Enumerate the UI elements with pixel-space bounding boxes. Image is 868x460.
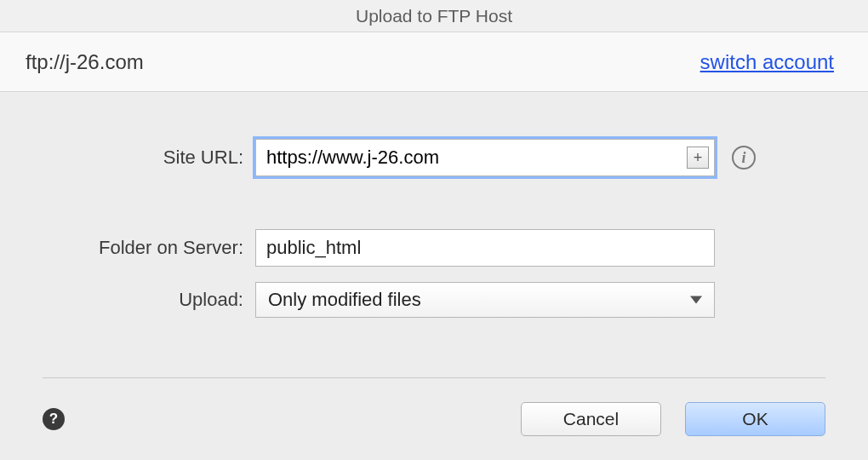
titlebar: Upload to FTP Host bbox=[0, 0, 868, 32]
folder-input[interactable] bbox=[255, 229, 715, 267]
help-icon[interactable]: ? bbox=[43, 408, 65, 430]
footer-divider bbox=[43, 377, 825, 378]
window-title: Upload to FTP Host bbox=[356, 6, 512, 26]
site-url-row: Site URL: + i bbox=[0, 139, 825, 176]
site-url-input-wrap: + bbox=[255, 139, 715, 176]
cancel-button[interactable]: Cancel bbox=[521, 402, 661, 436]
upload-select-text: Only modified files bbox=[268, 289, 421, 311]
form-body: Site URL: + i Folder on Server: bbox=[0, 92, 868, 377]
account-header: ftp://j-26.com switch account bbox=[0, 32, 868, 92]
plus-icon[interactable]: + bbox=[687, 147, 709, 169]
ftp-host-text: ftp://j-26.com bbox=[26, 50, 144, 74]
footer: ? Cancel OK bbox=[0, 377, 868, 460]
site-url-input[interactable] bbox=[256, 140, 682, 175]
upload-row: Upload: Only modified files bbox=[0, 282, 825, 318]
upload-select[interactable]: Only modified files bbox=[255, 282, 715, 318]
info-icon[interactable]: i bbox=[732, 146, 756, 170]
site-url-label: Site URL: bbox=[0, 147, 255, 169]
upload-label: Upload: bbox=[0, 289, 255, 311]
help-glyph: ? bbox=[49, 411, 58, 428]
plus-glyph: + bbox=[694, 149, 703, 167]
button-row: ? Cancel OK bbox=[43, 402, 825, 436]
switch-account-link[interactable]: switch account bbox=[700, 50, 834, 74]
folder-row: Folder on Server: bbox=[0, 229, 825, 267]
ok-button[interactable]: OK bbox=[685, 402, 825, 436]
chevron-down-icon bbox=[690, 296, 702, 304]
dialog-window: Upload to FTP Host ftp://j-26.com switch… bbox=[0, 0, 868, 460]
folder-label: Folder on Server: bbox=[0, 237, 255, 259]
upload-control: Only modified files bbox=[255, 282, 715, 318]
folder-control bbox=[255, 229, 715, 267]
info-glyph: i bbox=[741, 149, 745, 167]
site-url-control: + i bbox=[255, 139, 756, 176]
